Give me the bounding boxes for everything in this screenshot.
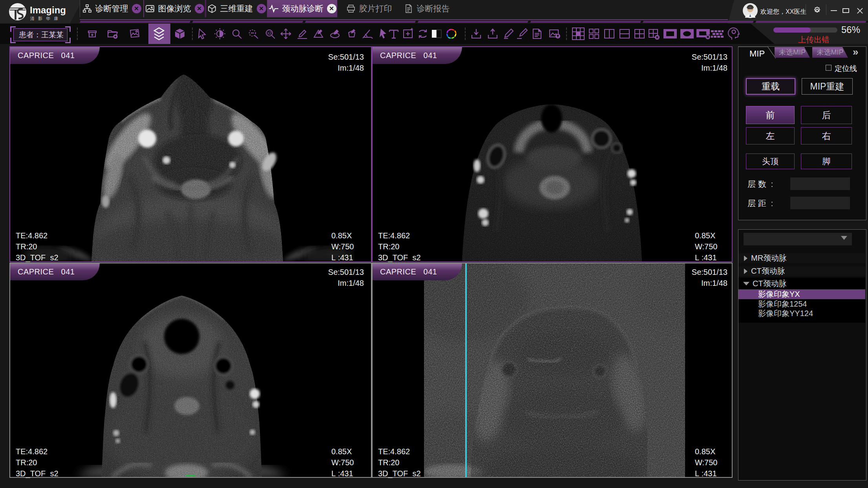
svg-text:x2: x2: [267, 31, 272, 35]
